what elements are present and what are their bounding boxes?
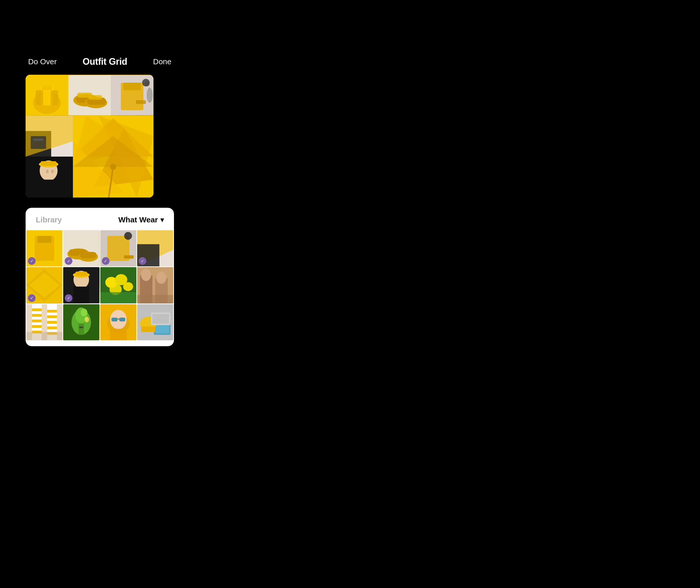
svg-rect-86 — [47, 315, 57, 318]
svg-rect-18 — [136, 100, 146, 104]
chevron-down-icon[interactable]: ▾ — [160, 216, 164, 224]
outfit-row-23 — [26, 116, 154, 198]
svg-rect-102 — [111, 318, 117, 321]
top-bar: Do Over Outfit Grid Done — [26, 51, 174, 75]
svg-rect-88 — [47, 326, 57, 329]
svg-rect-76 — [137, 295, 173, 303]
svg-rect-3 — [36, 90, 43, 105]
page-title: Outfit Grid — [83, 56, 127, 67]
svg-rect-53 — [124, 255, 134, 259]
svg-rect-87 — [47, 321, 57, 324]
selected-badge-5: ✓ — [28, 294, 36, 302]
grid-item-1[interactable]: ✓ — [26, 230, 62, 266]
outfit-cell-umbrellas[interactable] — [73, 116, 154, 198]
svg-rect-62 — [73, 287, 89, 303]
svg-rect-24 — [33, 139, 43, 141]
svg-rect-95 — [79, 324, 84, 335]
svg-rect-85 — [47, 310, 57, 312]
svg-rect-15 — [123, 83, 141, 90]
svg-rect-82 — [32, 319, 42, 322]
bottom-panel: Library What Wear ▾ ✓ — [26, 208, 174, 346]
grid-item-8[interactable] — [137, 267, 173, 303]
what-wear-tab[interactable]: What Wear ▾ — [118, 215, 164, 224]
do-over-button[interactable]: Do Over — [28, 57, 57, 66]
svg-rect-97 — [79, 326, 83, 328]
grid-item-11[interactable] — [100, 304, 136, 340]
grid-item-6[interactable]: ✓ — [63, 267, 99, 303]
svg-point-52 — [124, 232, 132, 240]
phone-container: Do Over Outfit Grid Done — [26, 51, 174, 346]
selected-badge-4: ✓ — [139, 257, 146, 265]
svg-rect-28 — [40, 180, 58, 198]
photo-grid: ✓ ✓ — [26, 230, 174, 341]
outfit-cell-jacket[interactable] — [26, 75, 68, 116]
svg-rect-90 — [26, 332, 62, 340]
svg-point-32 — [51, 170, 54, 173]
svg-rect-109 — [141, 326, 155, 332]
grid-item-5[interactable]: ✓ — [26, 267, 62, 303]
svg-rect-80 — [32, 308, 42, 311]
outfit-row-1 — [26, 75, 154, 116]
outfit-left-col — [26, 116, 73, 198]
svg-rect-30 — [41, 161, 56, 166]
svg-rect-64 — [75, 272, 87, 276]
grid-item-9[interactable] — [26, 304, 62, 340]
outfit-cell-bag[interactable] — [26, 116, 73, 157]
svg-rect-83 — [32, 325, 42, 328]
svg-rect-23 — [31, 136, 46, 149]
svg-point-19 — [147, 88, 153, 103]
what-wear-label: What Wear — [118, 215, 158, 224]
svg-point-73 — [141, 269, 151, 281]
svg-rect-111 — [152, 314, 169, 324]
outfit-grid — [26, 75, 154, 198]
library-tab[interactable]: Library — [36, 215, 62, 224]
outfit-cell-person[interactable] — [26, 157, 73, 198]
svg-rect-4 — [51, 90, 58, 105]
svg-rect-70 — [100, 292, 136, 303]
svg-point-94 — [81, 309, 87, 316]
grid-item-2[interactable]: ✓ — [63, 230, 99, 266]
svg-point-17 — [145, 81, 150, 86]
svg-rect-103 — [119, 318, 125, 321]
outfit-cell-shoes[interactable] — [68, 75, 111, 116]
grid-item-7[interactable] — [100, 267, 136, 303]
svg-rect-44 — [37, 236, 51, 243]
done-button[interactable]: Done — [153, 57, 171, 66]
grid-item-12[interactable] — [137, 304, 173, 340]
selected-badge-3: ✓ — [102, 257, 110, 265]
outfit-cell-top[interactable] — [111, 75, 154, 116]
svg-point-69 — [123, 282, 133, 291]
panel-header: Library What Wear ▾ — [26, 208, 174, 230]
grid-item-4[interactable]: ✓ — [137, 230, 173, 266]
svg-rect-49 — [80, 252, 96, 258]
svg-rect-81 — [32, 314, 42, 317]
svg-rect-12 — [88, 95, 102, 100]
svg-point-96 — [85, 317, 89, 322]
svg-point-31 — [46, 170, 49, 173]
grid-item-3[interactable]: ✓ — [100, 230, 136, 266]
svg-point-75 — [156, 272, 166, 284]
grid-item-10[interactable] — [63, 304, 99, 340]
selected-badge-6: ✓ — [65, 294, 72, 302]
svg-rect-101 — [110, 329, 127, 340]
svg-rect-5 — [42, 85, 52, 90]
